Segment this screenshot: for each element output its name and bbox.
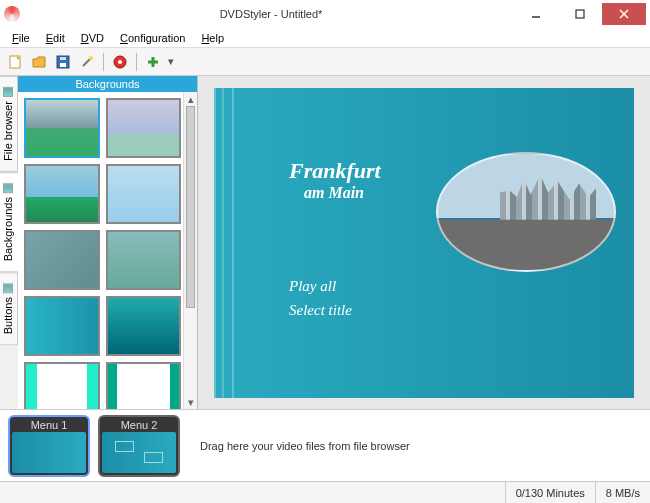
svg-line-2	[620, 10, 628, 18]
thumbnails-area: ▴ ▾	[18, 92, 197, 409]
background-icon	[3, 183, 13, 193]
add-dropdown-icon[interactable]: ▾	[166, 51, 176, 73]
save-button[interactable]	[52, 51, 74, 73]
burn-button[interactable]	[109, 51, 131, 73]
new-project-button[interactable]	[4, 51, 26, 73]
svg-rect-6	[60, 63, 66, 67]
menu-file[interactable]: File	[4, 30, 38, 46]
separator	[103, 53, 104, 71]
menu1-preview-icon	[12, 432, 86, 473]
button-icon	[3, 283, 13, 293]
background-thumb[interactable]	[106, 296, 182, 356]
menu-title-line2[interactable]: am Main	[304, 184, 364, 202]
status-duration: 0/130 Minutes	[505, 482, 595, 503]
tab-backgrounds[interactable]: Backgrounds	[0, 172, 18, 272]
menu-image-oval[interactable]	[436, 152, 616, 272]
wizard-button[interactable]	[76, 51, 98, 73]
background-thumb[interactable]	[24, 98, 100, 158]
close-button[interactable]	[602, 3, 646, 25]
preview-area: Frankfurt am Main Play all Select title	[198, 76, 650, 409]
minimize-button[interactable]	[514, 3, 558, 25]
menu-help[interactable]: Help	[193, 30, 232, 46]
menu-config[interactable]: Configuration	[112, 30, 193, 46]
open-button[interactable]	[28, 51, 50, 73]
drop-zone-hint[interactable]: Drag here your video files from file bro…	[188, 440, 642, 452]
timeline-bar: Menu 1 Menu 2 Drag here your video files…	[0, 409, 650, 481]
background-thumb[interactable]	[106, 230, 182, 290]
scrollbar[interactable]: ▴ ▾	[183, 92, 197, 409]
menu-button-select-title[interactable]: Select title	[289, 302, 352, 319]
scroll-up-icon[interactable]: ▴	[184, 92, 197, 106]
maximize-button[interactable]	[558, 3, 602, 25]
menu-edit[interactable]: Edit	[38, 30, 73, 46]
menu-bar: File Edit DVD Configuration Help	[0, 28, 650, 48]
status-bitrate: 8 MB/s	[595, 482, 650, 503]
menu-title-line1[interactable]: Frankfurt	[289, 158, 381, 184]
scroll-handle[interactable]	[186, 106, 195, 308]
workspace: File browser Backgrounds Buttons Backgro…	[0, 76, 650, 409]
dvd-menu-preview[interactable]: Frankfurt am Main Play all Select title	[214, 88, 634, 398]
separator	[136, 53, 137, 71]
app-icon	[4, 6, 20, 22]
background-thumb[interactable]	[106, 98, 182, 158]
background-thumb[interactable]	[106, 164, 182, 224]
toolbar: ▾	[0, 48, 650, 76]
panel-header: Backgrounds	[18, 76, 197, 92]
status-bar: 0/130 Minutes 8 MB/s	[0, 481, 650, 503]
side-tabs: File browser Backgrounds Buttons	[0, 76, 18, 409]
window-title: DVDStyler - Untitled*	[220, 8, 323, 20]
add-button[interactable]	[142, 51, 164, 73]
scroll-down-icon[interactable]: ▾	[184, 395, 197, 409]
menu2-preview-icon	[102, 432, 176, 473]
tab-buttons[interactable]: Buttons	[0, 272, 18, 345]
menu-dvd[interactable]: DVD	[73, 30, 112, 46]
menu-thumb-2[interactable]: Menu 2	[98, 415, 180, 477]
background-thumb[interactable]	[106, 362, 182, 409]
menu-thumb-label: Menu 1	[31, 419, 68, 432]
svg-point-9	[89, 56, 93, 60]
title-bar: DVDStyler - Untitled*	[0, 0, 650, 28]
menu-thumb-1[interactable]: Menu 1	[8, 415, 90, 477]
svg-rect-1	[576, 10, 584, 18]
folder-icon	[3, 87, 13, 97]
background-thumb[interactable]	[24, 296, 100, 356]
background-thumb[interactable]	[24, 230, 100, 290]
background-thumb[interactable]	[24, 362, 100, 409]
background-thumb[interactable]	[24, 164, 100, 224]
menu-thumb-label: Menu 2	[121, 419, 158, 432]
svg-point-11	[118, 60, 122, 64]
backgrounds-panel: Backgrounds ▴ ▾	[18, 76, 198, 409]
svg-rect-7	[60, 57, 66, 60]
menu-button-play-all[interactable]: Play all	[289, 278, 336, 295]
svg-line-3	[620, 10, 628, 18]
tab-file-browser[interactable]: File browser	[0, 76, 18, 172]
